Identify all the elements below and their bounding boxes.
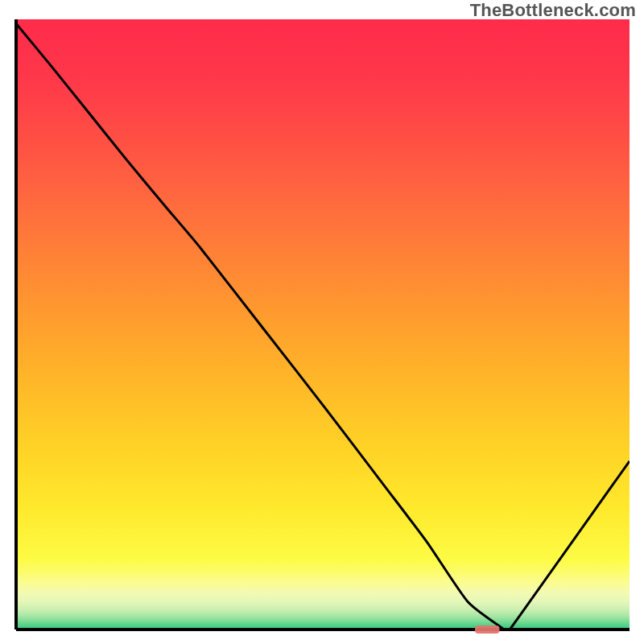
chart-container: TheBottleneck.com <box>0 0 644 644</box>
watermark-label: TheBottleneck.com <box>470 0 636 21</box>
min-marker <box>475 625 499 634</box>
bottleneck-chart <box>0 0 644 644</box>
chart-background-gradient <box>16 19 630 630</box>
